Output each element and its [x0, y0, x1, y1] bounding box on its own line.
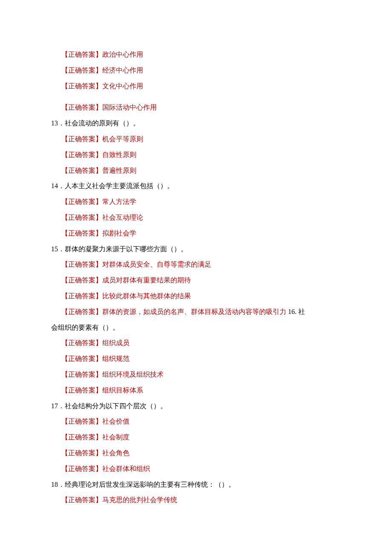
question-18: 18．经典理论对后世发生深远影响的主要有三种传统：（）。: [51, 477, 341, 493]
answer-line: 【正确答案】文化中心作用: [51, 78, 341, 94]
answer-line: 【正确答案】组织环境及组织技术: [51, 367, 341, 383]
answer-prefix: 【正确答案】: [61, 135, 102, 142]
answer-line: 【正确答案】社会价值: [51, 414, 341, 430]
answer-prefix: 【正确答案】: [61, 276, 102, 284]
answer-line: 【正确答案】成员对群体有重要结果的期待: [51, 273, 341, 288]
answer-prefix: 【正确答案】: [61, 371, 102, 378]
answer-prefix: 【正确答案】: [61, 214, 102, 221]
answer-line: 【正确答案】普遍性原则: [51, 163, 341, 179]
answer-text: 比较此群体与其他群体的结果: [102, 292, 191, 299]
question-number: 17: [51, 402, 58, 410]
question-16-wrapped: 会组织的要素有（）。: [51, 320, 341, 336]
answer-line: 【正确答案】社会制度: [51, 430, 341, 445]
answer-prefix: 【正确答案】: [61, 292, 102, 299]
question-text: ．经典理论对后世发生深远影响的主要有三种传统：（）。: [58, 481, 235, 488]
answer-line: 【正确答案】比较此群体与其他群体的结果: [51, 288, 341, 304]
answer-prefix: 【正确答案】: [61, 198, 102, 205]
question-text: ．人本主义社会学主要流派包括（）。: [58, 182, 174, 189]
answer-line: 【正确答案】社会角色: [51, 445, 341, 461]
answer-text: 机会平等原则: [102, 135, 143, 142]
answer-text: 组织目标体系: [102, 386, 143, 394]
answer-text: 常人方法学: [102, 198, 136, 205]
answer-line: 【正确答案】政治中心作用: [51, 47, 341, 63]
answer-line: 【正确答案】机会平等原则: [51, 131, 341, 147]
answer-text: 自致性原则: [102, 151, 136, 158]
question-17: 17．社会结构分为以下四个层次（）。: [51, 398, 341, 414]
answer-line: 【正确答案】社会群体和组织: [51, 461, 341, 477]
question-text: ．社会结构分为以下四个层次（）。: [58, 402, 167, 410]
answer-prefix: 【正确答案】: [61, 261, 102, 268]
answer-line: 【正确答案】对群体成员安全、自尊等需求的满足: [51, 257, 341, 273]
answer-line: 【正确答案】社会互动理论: [51, 210, 341, 226]
answer-prefix: 【正确答案】: [61, 418, 102, 425]
answer-text: 社会制度: [102, 433, 130, 441]
answer-prefix: 【正确答案】: [61, 433, 102, 441]
answer-text: 组织规范: [102, 355, 130, 362]
answer-text: 社会互动理论: [102, 214, 143, 221]
question-15: 15．群体的凝聚力来源于以下哪些方面（）。: [51, 241, 341, 257]
question-text: ．社会流动的原则有（）。: [58, 119, 140, 127]
answer-text: 成员对群体有重要结果的期待: [102, 276, 191, 284]
answer-line: 【正确答案】拟剧社会学: [51, 226, 341, 241]
answer-prefix: 【正确答案】: [61, 82, 102, 90]
question-16-inline-number: 16.: [288, 308, 298, 315]
answer-line: 【正确答案】组织规范: [51, 351, 341, 367]
answer-prefix: 【正确答案】: [61, 308, 102, 315]
answer-text: 经济中心作用: [102, 67, 143, 74]
question-16-inline-part1: 社: [298, 308, 305, 315]
answer-text: 国际活动中心作用: [102, 104, 157, 111]
answer-prefix: 【正确答案】: [61, 151, 102, 158]
answer-line: 【正确答案】经济中心作用: [51, 63, 341, 78]
answer-line: 【正确答案】组织目标体系: [51, 383, 341, 398]
question-number: 18: [51, 481, 58, 488]
answer-line: 【正确答案】自致性原则: [51, 147, 341, 163]
answer-prefix: 【正确答案】: [61, 496, 102, 503]
question-text: ．群体的凝聚力来源于以下哪些方面（）。: [58, 245, 187, 253]
answer-text: 拟剧社会学: [102, 230, 136, 237]
answer-prefix: 【正确答案】: [61, 355, 102, 362]
answer-line: 【正确答案】国际活动中心作用: [51, 100, 341, 116]
answer-prefix: 【正确答案】: [61, 104, 102, 111]
answer-prefix: 【正确答案】: [61, 339, 102, 346]
answer-line: 【正确答案】马克思的批判社会学传统: [51, 492, 341, 508]
question-13: 13．社会流动的原则有（）。: [51, 116, 341, 131]
answer-prefix: 【正确答案】: [61, 230, 102, 237]
question-number: 13: [51, 119, 58, 127]
answer-text: 组织环境及组织技术: [102, 371, 164, 378]
answer-prefix: 【正确答案】: [61, 51, 102, 58]
question-number: 15: [51, 245, 58, 253]
answer-text: 普遍性原则: [102, 167, 136, 174]
answer-text: 对群体成员安全、自尊等需求的满足: [102, 261, 211, 268]
answer-text: 政治中心作用: [102, 51, 143, 58]
answer-text: 群体的资源，如成员的名声、群体目标及活动内容等的吸引力: [102, 308, 288, 315]
answer-line-combined: 【正确答案】群体的资源，如成员的名声、群体目标及活动内容等的吸引力 16. 社: [51, 304, 341, 320]
answer-line: 【正确答案】组织成员: [51, 335, 341, 351]
answer-text: 社会角色: [102, 449, 130, 456]
answer-prefix: 【正确答案】: [61, 67, 102, 74]
answer-text: 社会价值: [102, 418, 130, 425]
question-number: 14: [51, 182, 58, 189]
answer-text: 社会群体和组织: [102, 465, 150, 472]
question-14: 14．人本主义社会学主要流派包括（）。: [51, 178, 341, 194]
answer-text: 马克思的批判社会学传统: [102, 496, 177, 503]
answer-prefix: 【正确答案】: [61, 167, 102, 174]
answer-prefix: 【正确答案】: [61, 386, 102, 394]
answer-text: 文化中心作用: [102, 82, 143, 90]
answer-text: 组织成员: [102, 339, 130, 346]
answer-prefix: 【正确答案】: [61, 449, 102, 456]
answer-line: 【正确答案】常人方法学: [51, 194, 341, 210]
answer-prefix: 【正确答案】: [61, 465, 102, 472]
